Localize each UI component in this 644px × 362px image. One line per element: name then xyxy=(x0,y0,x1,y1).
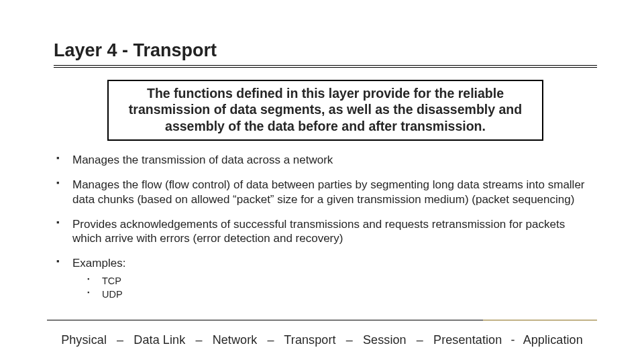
bullet-item: Manages the flow (flow control) of data … xyxy=(54,178,597,206)
footer-rule xyxy=(47,320,597,320)
sub-bullet-list: TCP UDP xyxy=(72,275,597,300)
separator: – xyxy=(110,333,130,347)
separator: – xyxy=(410,333,430,347)
layer-transport: Transport xyxy=(284,333,335,347)
title-rule xyxy=(54,65,597,68)
sub-bullet-item: UDP xyxy=(72,288,597,300)
separator: – xyxy=(260,333,280,347)
layer-session: Session xyxy=(363,333,407,347)
separator: – xyxy=(189,333,209,347)
layer-presentation: Presentation xyxy=(433,333,502,347)
layer-datalink: Data Link xyxy=(133,333,185,347)
separator: – xyxy=(339,333,360,347)
page-title: Layer 4 - Transport xyxy=(54,40,597,61)
layer-physical: Physical xyxy=(61,333,107,347)
bullet-list: Manages the transmission of data across … xyxy=(54,153,597,300)
bullet-item-examples: Examples: TCP UDP xyxy=(54,256,597,300)
bullet-item: Provides acknowledgements of successful … xyxy=(54,217,597,246)
layer-network: Network xyxy=(213,333,258,347)
layer-breadcrumb: Physical – Data Link – Network – Transpo… xyxy=(0,333,644,347)
summary-box: The functions defined in this layer prov… xyxy=(107,80,543,141)
separator: - xyxy=(505,333,520,347)
layer-application: Application xyxy=(523,333,583,347)
bullet-label: Examples: xyxy=(72,257,125,269)
bullet-item: Manages the transmission of data across … xyxy=(54,153,597,167)
slide: Layer 4 - Transport The functions define… xyxy=(0,0,644,362)
sub-bullet-item: TCP xyxy=(72,275,597,287)
